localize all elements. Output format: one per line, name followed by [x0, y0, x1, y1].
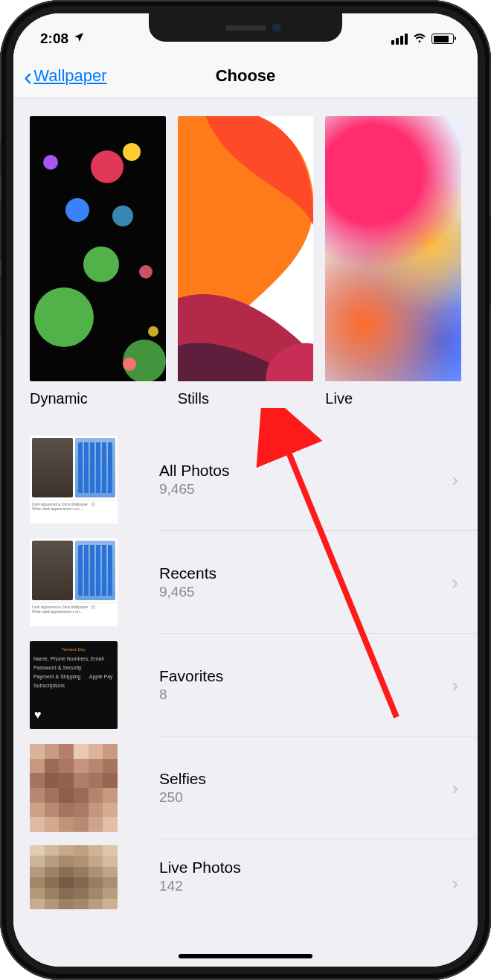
album-thumbnail [30, 744, 118, 832]
category-live[interactable]: Live [325, 116, 461, 407]
screen: 2:08 ‹ Wallpaper Choose [13, 13, 478, 967]
album-thumbnail: Dark Appearance Dims Wallpaper ⬜When dar… [30, 436, 118, 524]
wifi-icon [412, 30, 427, 48]
category-stills-thumbnail [178, 116, 314, 381]
volume-down-button [0, 276, 1, 335]
album-row-favorites[interactable]: Tamara Day Name, Phone Numbers, Email Pa… [13, 634, 478, 736]
chevron-right-icon: › [452, 468, 458, 491]
album-row-recents[interactable]: Dark Appearance Dims Wallpaper ⬜When dar… [13, 531, 478, 634]
category-live-thumbnail [325, 116, 461, 381]
album-row-all-photos[interactable]: Dark Appearance Dims Wallpaper ⬜When dar… [13, 428, 478, 531]
album-thumbnail: Tamara Day Name, Phone Numbers, Email Pa… [30, 641, 118, 729]
category-dynamic[interactable]: Dynamic [30, 116, 166, 407]
album-list: Dark Appearance Dims Wallpaper ⬜When dar… [13, 428, 478, 921]
album-thumbnail [30, 845, 118, 909]
status-time: 2:08 [40, 31, 68, 47]
volume-up-button [0, 201, 1, 261]
album-name: Selfies [159, 770, 452, 788]
album-count: 142 [159, 878, 452, 894]
page-title: Choose [216, 66, 276, 86]
location-icon [73, 31, 85, 47]
chevron-right-icon: › [452, 777, 458, 800]
wallpaper-categories: Dynamic Stills [13, 116, 478, 428]
album-count: 9,465 [159, 584, 452, 600]
album-thumbnail: Dark Appearance Dims Wallpaper ⬜When dar… [30, 538, 118, 626]
chevron-right-icon: › [452, 872, 458, 895]
heart-icon: ♥ [34, 704, 42, 725]
back-button-label: Wallpaper [33, 66, 106, 86]
battery-icon [431, 34, 454, 44]
album-name: Favorites [159, 667, 452, 685]
back-button[interactable]: ‹ Wallpaper [24, 63, 107, 89]
home-indicator[interactable] [179, 954, 312, 958]
album-count: 8 [159, 687, 452, 703]
iphone-frame: 2:08 ‹ Wallpaper Choose [0, 0, 491, 980]
category-label: Stills [178, 390, 314, 407]
chevron-right-icon: › [452, 674, 458, 697]
album-row-selfies[interactable]: Selfies 250 › [13, 736, 478, 839]
chevron-right-icon: › [452, 571, 458, 594]
category-label: Dynamic [30, 390, 166, 407]
album-name: All Photos [159, 462, 452, 480]
content: Dynamic Stills [13, 98, 478, 967]
chevron-left-icon: ‹ [24, 63, 32, 89]
category-stills[interactable]: Stills [178, 116, 314, 407]
category-label: Live [325, 390, 461, 407]
nav-bar: ‹ Wallpaper Choose [13, 54, 478, 98]
album-row-live-photos[interactable]: Live Photos 142 › [13, 839, 478, 921]
album-count: 9,465 [159, 481, 452, 497]
album-name: Live Photos [159, 859, 452, 876]
album-name: Recents [159, 564, 452, 582]
cellular-signal-icon [391, 34, 408, 45]
mute-switch [0, 141, 1, 175]
category-dynamic-thumbnail [30, 116, 166, 381]
notch [149, 13, 342, 42]
album-count: 250 [159, 789, 452, 806]
